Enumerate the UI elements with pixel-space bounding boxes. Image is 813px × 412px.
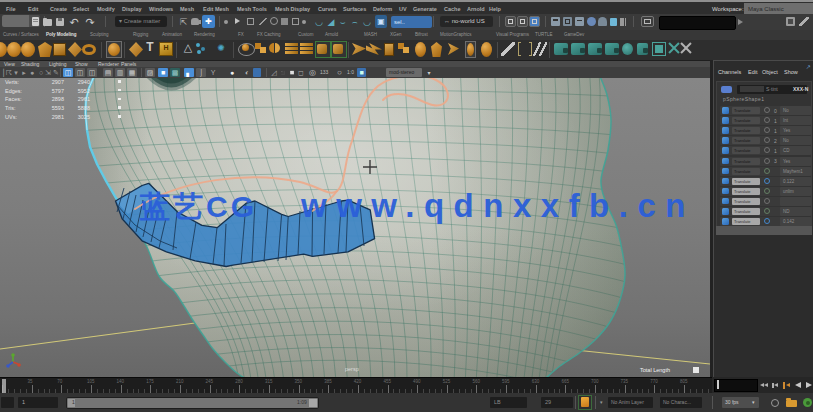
svg-text:Total Length: Total Length xyxy=(640,367,670,373)
svg-text:persp: persp xyxy=(345,366,359,372)
